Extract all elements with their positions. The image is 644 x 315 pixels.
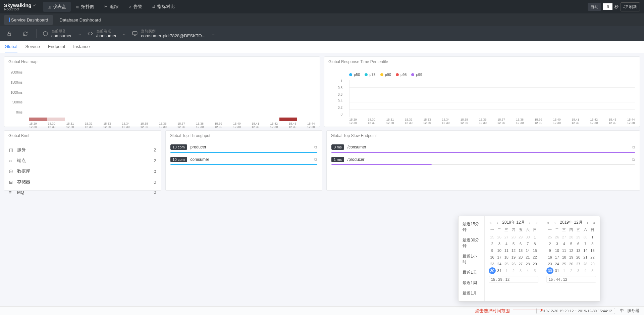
legend-item[interactable]: p99: [411, 73, 422, 77]
day-cell[interactable]: 15: [589, 247, 596, 254]
day-cell[interactable]: 14: [582, 247, 589, 254]
day-cell[interactable]: 4: [582, 267, 589, 274]
preset-item[interactable]: 最近1天: [459, 267, 484, 278]
day-cell[interactable]: 20: [575, 254, 582, 261]
preset-item[interactable]: 最近15分钟: [459, 219, 484, 235]
day-cell[interactable]: 23: [546, 261, 553, 267]
day-cell[interactable]: 29: [575, 234, 582, 240]
day-cell[interactable]: 16: [546, 254, 553, 261]
day-cell[interactable]: 12: [568, 247, 575, 254]
day-cell[interactable]: 26: [553, 234, 560, 240]
lang-toggle[interactable]: 中: [620, 308, 624, 314]
day-cell[interactable]: 2: [510, 267, 517, 274]
prev-year-icon[interactable]: «: [546, 221, 550, 225]
day-cell[interactable]: 30: [524, 234, 531, 240]
day-cell[interactable]: 7: [582, 240, 589, 247]
day-cell[interactable]: 21: [524, 254, 531, 261]
day-cell[interactable]: 15: [531, 247, 538, 254]
day-cell[interactable]: 14: [524, 247, 531, 254]
day-cell[interactable]: 16: [489, 254, 496, 261]
refresh-button[interactable]: 刷新: [621, 2, 640, 11]
day-cell[interactable]: 27: [575, 261, 582, 267]
dash-tab-0[interactable]: Service Dashboard: [4, 15, 53, 25]
day-cell[interactable]: 17: [496, 254, 503, 261]
nav-item-3[interactable]: ⊘告警: [124, 2, 147, 12]
prev-month-icon[interactable]: ‹: [553, 221, 556, 225]
nav-item-2[interactable]: ⊢追踪: [100, 2, 123, 12]
subtab-service[interactable]: Service: [25, 41, 40, 52]
copy-icon[interactable]: ⧉: [632, 157, 635, 162]
nav-item-4[interactable]: ⇄指标对比: [148, 2, 179, 12]
subtab-instance[interactable]: Instance: [73, 41, 90, 52]
day-cell[interactable]: 24: [553, 261, 560, 267]
day-cell[interactable]: 27: [560, 234, 568, 240]
legend-item[interactable]: p75: [365, 73, 375, 77]
day-cell[interactable]: 4: [503, 240, 510, 247]
day-cell[interactable]: 28: [582, 261, 589, 267]
day-cell[interactable]: 3: [496, 240, 503, 247]
reload-button[interactable]: [20, 29, 30, 39]
next-month-icon[interactable]: ›: [529, 221, 531, 225]
day-cell[interactable]: 18: [503, 254, 510, 261]
nav-item-0[interactable]: ◫仪表盘: [43, 2, 71, 12]
prev-year-icon[interactable]: «: [489, 221, 492, 225]
day-cell[interactable]: 29: [517, 234, 524, 240]
day-cell[interactable]: 22: [531, 254, 538, 261]
day-cell[interactable]: 5: [568, 240, 575, 247]
day-cell[interactable]: 13: [575, 247, 582, 254]
legend-item[interactable]: p95: [396, 73, 407, 77]
lock-button[interactable]: [4, 29, 14, 39]
day-cell[interactable]: 19: [568, 254, 575, 261]
day-cell[interactable]: 10: [496, 247, 503, 254]
day-cell[interactable]: 13: [517, 247, 524, 254]
day-cell[interactable]: 5: [510, 240, 517, 247]
day-cell[interactable]: 23: [489, 261, 496, 267]
day-cell[interactable]: 24: [496, 261, 503, 267]
day-cell[interactable]: 6: [517, 240, 524, 247]
copy-icon[interactable]: ⧉: [314, 157, 317, 162]
day-cell[interactable]: 4: [524, 267, 531, 274]
day-cell[interactable]: 27: [503, 234, 510, 240]
day-cell[interactable]: 25: [503, 261, 510, 267]
subtab-global[interactable]: Global: [5, 41, 17, 52]
day-cell[interactable]: 29: [531, 261, 538, 267]
endpoint-selector[interactable]: 当前端点/consumer ⌄: [88, 29, 126, 39]
day-cell[interactable]: 3: [517, 267, 524, 274]
day-cell[interactable]: 25: [546, 234, 553, 240]
day-cell[interactable]: 3: [575, 267, 582, 274]
nav-item-1[interactable]: ⊞拓扑图: [71, 2, 99, 12]
day-cell[interactable]: 28: [524, 261, 531, 267]
day-cell[interactable]: 26: [510, 261, 517, 267]
day-cell[interactable]: 7: [524, 240, 531, 247]
day-cell[interactable]: 27: [517, 261, 524, 267]
prev-month-icon[interactable]: ‹: [496, 221, 498, 225]
subtab-endpoint[interactable]: Endpoint: [48, 41, 65, 52]
day-cell[interactable]: 29: [589, 261, 596, 267]
day-cell[interactable]: 30: [582, 234, 589, 240]
day-cell[interactable]: 2: [489, 240, 496, 247]
day-cell[interactable]: 2: [568, 267, 575, 274]
next-year-icon[interactable]: »: [593, 221, 596, 225]
next-year-icon[interactable]: »: [535, 221, 538, 225]
preset-item[interactable]: 最近1周: [459, 278, 484, 288]
time-input[interactable]: 15 : 44 : 12: [546, 276, 596, 283]
server-label[interactable]: 服务器: [627, 308, 639, 314]
day-cell[interactable]: 8: [531, 240, 538, 247]
seconds-input[interactable]: [603, 3, 612, 10]
day-cell[interactable]: 2: [546, 240, 553, 247]
day-cell[interactable]: 12: [510, 247, 517, 254]
copy-icon[interactable]: ⧉: [632, 145, 635, 149]
day-cell[interactable]: 18: [560, 254, 568, 261]
auto-button[interactable]: 自动: [588, 3, 601, 11]
time-input[interactable]: 15 : 29 : 12: [489, 276, 538, 283]
day-cell[interactable]: 11: [560, 247, 568, 254]
day-cell[interactable]: 17: [553, 254, 560, 261]
day-cell[interactable]: 1: [503, 267, 510, 274]
day-cell[interactable]: 28: [510, 234, 517, 240]
day-cell[interactable]: 28: [568, 234, 575, 240]
preset-item[interactable]: 最近1小时: [459, 251, 484, 267]
day-cell[interactable]: 30: [489, 267, 496, 274]
service-selector[interactable]: 当前服务comsumer ⌄: [43, 29, 82, 39]
day-cell[interactable]: 31: [496, 267, 503, 274]
preset-item[interactable]: 最近30分钟: [459, 235, 484, 251]
